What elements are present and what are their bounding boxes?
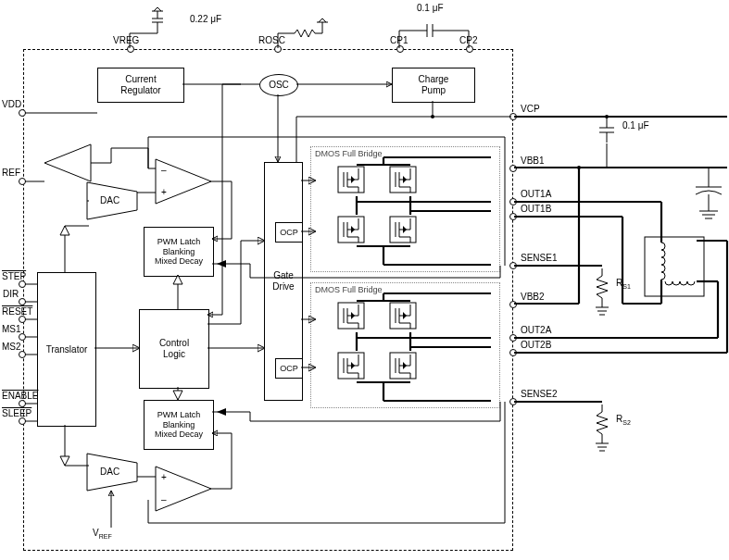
svg-marker-138 xyxy=(60,456,69,466)
svg-marker-166 xyxy=(173,391,182,400)
internal-wiring xyxy=(0,0,729,560)
vref-label: VREF xyxy=(93,528,112,540)
svg-marker-134 xyxy=(60,226,69,235)
svg-marker-145 xyxy=(173,275,182,284)
node-vcp2 xyxy=(605,115,609,118)
node-vbb xyxy=(577,166,581,169)
svg-marker-171 xyxy=(217,408,226,416)
svg-marker-154 xyxy=(217,260,226,268)
node-vcp xyxy=(431,115,434,118)
